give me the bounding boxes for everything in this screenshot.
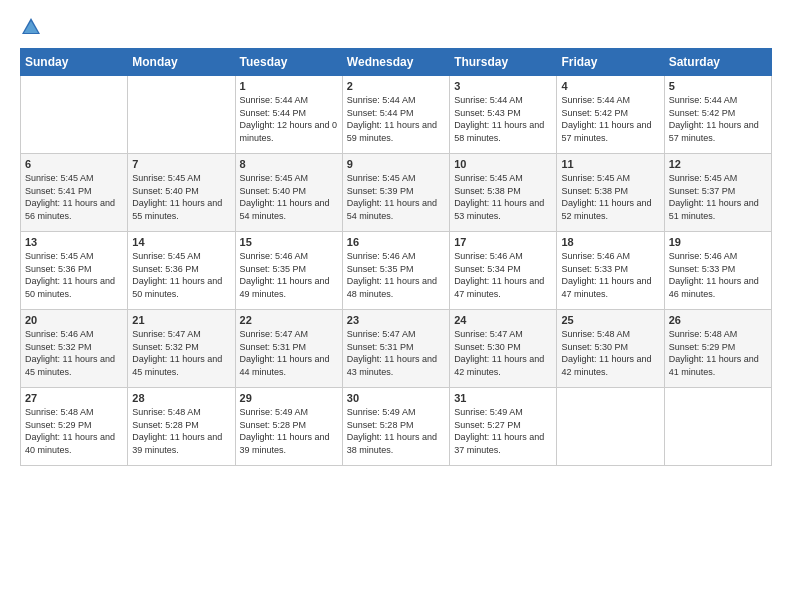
day-number: 19 (669, 236, 767, 248)
day-number: 5 (669, 80, 767, 92)
calendar-cell: 29Sunrise: 5:49 AM Sunset: 5:28 PM Dayli… (235, 388, 342, 466)
calendar-cell (557, 388, 664, 466)
day-number: 9 (347, 158, 445, 170)
cell-content: Sunrise: 5:45 AM Sunset: 5:41 PM Dayligh… (25, 172, 123, 222)
header-day-tuesday: Tuesday (235, 49, 342, 76)
calendar-cell: 1Sunrise: 5:44 AM Sunset: 5:44 PM Daylig… (235, 76, 342, 154)
cell-content: Sunrise: 5:46 AM Sunset: 5:34 PM Dayligh… (454, 250, 552, 300)
cell-content: Sunrise: 5:44 AM Sunset: 5:44 PM Dayligh… (347, 94, 445, 144)
calendar-cell: 20Sunrise: 5:46 AM Sunset: 5:32 PM Dayli… (21, 310, 128, 388)
day-number: 23 (347, 314, 445, 326)
calendar-week-row: 13Sunrise: 5:45 AM Sunset: 5:36 PM Dayli… (21, 232, 772, 310)
day-number: 26 (669, 314, 767, 326)
calendar-cell: 2Sunrise: 5:44 AM Sunset: 5:44 PM Daylig… (342, 76, 449, 154)
calendar-cell: 23Sunrise: 5:47 AM Sunset: 5:31 PM Dayli… (342, 310, 449, 388)
calendar-week-row: 1Sunrise: 5:44 AM Sunset: 5:44 PM Daylig… (21, 76, 772, 154)
calendar-table: SundayMondayTuesdayWednesdayThursdayFrid… (20, 48, 772, 466)
calendar-cell: 13Sunrise: 5:45 AM Sunset: 5:36 PM Dayli… (21, 232, 128, 310)
calendar-cell: 10Sunrise: 5:45 AM Sunset: 5:38 PM Dayli… (450, 154, 557, 232)
cell-content: Sunrise: 5:46 AM Sunset: 5:33 PM Dayligh… (561, 250, 659, 300)
calendar-cell (664, 388, 771, 466)
cell-content: Sunrise: 5:49 AM Sunset: 5:28 PM Dayligh… (240, 406, 338, 456)
cell-content: Sunrise: 5:48 AM Sunset: 5:29 PM Dayligh… (25, 406, 123, 456)
calendar-cell: 26Sunrise: 5:48 AM Sunset: 5:29 PM Dayli… (664, 310, 771, 388)
cell-content: Sunrise: 5:45 AM Sunset: 5:39 PM Dayligh… (347, 172, 445, 222)
calendar-cell (21, 76, 128, 154)
day-number: 1 (240, 80, 338, 92)
header-day-friday: Friday (557, 49, 664, 76)
day-number: 3 (454, 80, 552, 92)
calendar-cell: 16Sunrise: 5:46 AM Sunset: 5:35 PM Dayli… (342, 232, 449, 310)
cell-content: Sunrise: 5:47 AM Sunset: 5:30 PM Dayligh… (454, 328, 552, 378)
cell-content: Sunrise: 5:45 AM Sunset: 5:37 PM Dayligh… (669, 172, 767, 222)
day-number: 18 (561, 236, 659, 248)
calendar-week-row: 20Sunrise: 5:46 AM Sunset: 5:32 PM Dayli… (21, 310, 772, 388)
day-number: 22 (240, 314, 338, 326)
day-number: 10 (454, 158, 552, 170)
calendar-cell: 27Sunrise: 5:48 AM Sunset: 5:29 PM Dayli… (21, 388, 128, 466)
cell-content: Sunrise: 5:46 AM Sunset: 5:35 PM Dayligh… (347, 250, 445, 300)
calendar-cell: 6Sunrise: 5:45 AM Sunset: 5:41 PM Daylig… (21, 154, 128, 232)
calendar-page: SundayMondayTuesdayWednesdayThursdayFrid… (0, 0, 792, 612)
calendar-cell: 7Sunrise: 5:45 AM Sunset: 5:40 PM Daylig… (128, 154, 235, 232)
cell-content: Sunrise: 5:45 AM Sunset: 5:36 PM Dayligh… (25, 250, 123, 300)
day-number: 11 (561, 158, 659, 170)
calendar-cell: 11Sunrise: 5:45 AM Sunset: 5:38 PM Dayli… (557, 154, 664, 232)
cell-content: Sunrise: 5:47 AM Sunset: 5:31 PM Dayligh… (347, 328, 445, 378)
cell-content: Sunrise: 5:44 AM Sunset: 5:42 PM Dayligh… (669, 94, 767, 144)
day-number: 17 (454, 236, 552, 248)
calendar-cell: 9Sunrise: 5:45 AM Sunset: 5:39 PM Daylig… (342, 154, 449, 232)
day-number: 7 (132, 158, 230, 170)
header (20, 16, 772, 38)
day-number: 2 (347, 80, 445, 92)
day-number: 13 (25, 236, 123, 248)
calendar-cell: 4Sunrise: 5:44 AM Sunset: 5:42 PM Daylig… (557, 76, 664, 154)
calendar-cell: 24Sunrise: 5:47 AM Sunset: 5:30 PM Dayli… (450, 310, 557, 388)
calendar-cell: 17Sunrise: 5:46 AM Sunset: 5:34 PM Dayli… (450, 232, 557, 310)
logo (20, 16, 46, 38)
cell-content: Sunrise: 5:44 AM Sunset: 5:44 PM Dayligh… (240, 94, 338, 144)
day-number: 12 (669, 158, 767, 170)
calendar-week-row: 6Sunrise: 5:45 AM Sunset: 5:41 PM Daylig… (21, 154, 772, 232)
cell-content: Sunrise: 5:47 AM Sunset: 5:31 PM Dayligh… (240, 328, 338, 378)
calendar-cell: 30Sunrise: 5:49 AM Sunset: 5:28 PM Dayli… (342, 388, 449, 466)
cell-content: Sunrise: 5:45 AM Sunset: 5:38 PM Dayligh… (454, 172, 552, 222)
cell-content: Sunrise: 5:47 AM Sunset: 5:32 PM Dayligh… (132, 328, 230, 378)
cell-content: Sunrise: 5:49 AM Sunset: 5:28 PM Dayligh… (347, 406, 445, 456)
calendar-cell: 19Sunrise: 5:46 AM Sunset: 5:33 PM Dayli… (664, 232, 771, 310)
cell-content: Sunrise: 5:48 AM Sunset: 5:28 PM Dayligh… (132, 406, 230, 456)
header-day-sunday: Sunday (21, 49, 128, 76)
calendar-cell: 14Sunrise: 5:45 AM Sunset: 5:36 PM Dayli… (128, 232, 235, 310)
logo-icon (20, 16, 42, 38)
day-number: 21 (132, 314, 230, 326)
day-number: 6 (25, 158, 123, 170)
day-number: 31 (454, 392, 552, 404)
cell-content: Sunrise: 5:48 AM Sunset: 5:29 PM Dayligh… (669, 328, 767, 378)
cell-content: Sunrise: 5:44 AM Sunset: 5:42 PM Dayligh… (561, 94, 659, 144)
cell-content: Sunrise: 5:45 AM Sunset: 5:36 PM Dayligh… (132, 250, 230, 300)
calendar-cell: 12Sunrise: 5:45 AM Sunset: 5:37 PM Dayli… (664, 154, 771, 232)
calendar-week-row: 27Sunrise: 5:48 AM Sunset: 5:29 PM Dayli… (21, 388, 772, 466)
day-number: 16 (347, 236, 445, 248)
cell-content: Sunrise: 5:45 AM Sunset: 5:40 PM Dayligh… (132, 172, 230, 222)
cell-content: Sunrise: 5:45 AM Sunset: 5:40 PM Dayligh… (240, 172, 338, 222)
header-day-thursday: Thursday (450, 49, 557, 76)
day-number: 30 (347, 392, 445, 404)
calendar-cell: 15Sunrise: 5:46 AM Sunset: 5:35 PM Dayli… (235, 232, 342, 310)
cell-content: Sunrise: 5:49 AM Sunset: 5:27 PM Dayligh… (454, 406, 552, 456)
day-number: 4 (561, 80, 659, 92)
day-number: 24 (454, 314, 552, 326)
cell-content: Sunrise: 5:46 AM Sunset: 5:35 PM Dayligh… (240, 250, 338, 300)
calendar-body: 1Sunrise: 5:44 AM Sunset: 5:44 PM Daylig… (21, 76, 772, 466)
day-number: 28 (132, 392, 230, 404)
calendar-cell: 18Sunrise: 5:46 AM Sunset: 5:33 PM Dayli… (557, 232, 664, 310)
calendar-cell: 25Sunrise: 5:48 AM Sunset: 5:30 PM Dayli… (557, 310, 664, 388)
day-number: 14 (132, 236, 230, 248)
cell-content: Sunrise: 5:45 AM Sunset: 5:38 PM Dayligh… (561, 172, 659, 222)
calendar-cell: 8Sunrise: 5:45 AM Sunset: 5:40 PM Daylig… (235, 154, 342, 232)
cell-content: Sunrise: 5:46 AM Sunset: 5:32 PM Dayligh… (25, 328, 123, 378)
day-number: 20 (25, 314, 123, 326)
calendar-cell: 28Sunrise: 5:48 AM Sunset: 5:28 PM Dayli… (128, 388, 235, 466)
day-number: 8 (240, 158, 338, 170)
calendar-cell: 5Sunrise: 5:44 AM Sunset: 5:42 PM Daylig… (664, 76, 771, 154)
